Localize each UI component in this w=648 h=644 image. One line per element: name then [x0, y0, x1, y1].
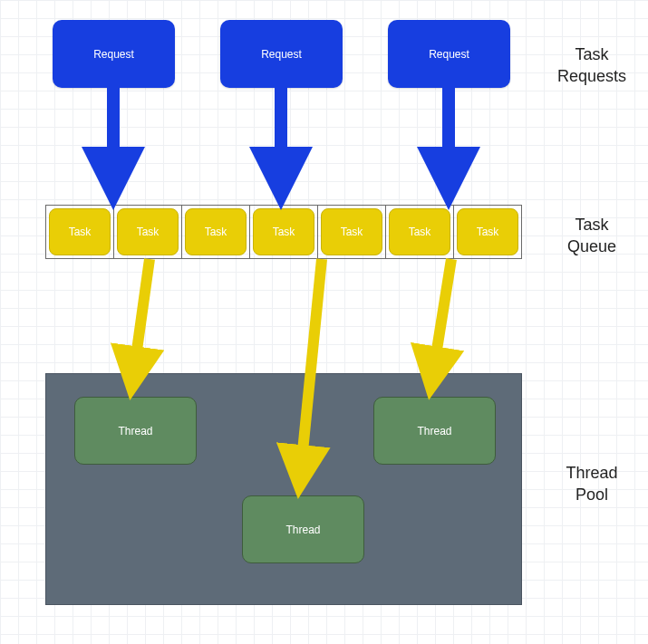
- thread-label: Thread: [417, 425, 451, 437]
- task-label: Task: [273, 226, 295, 238]
- task-cell: Task: [250, 206, 318, 258]
- request-label: Request: [261, 48, 302, 61]
- task-chip: Task: [389, 208, 450, 255]
- task-label: Task: [69, 226, 92, 238]
- task-chip: Task: [321, 208, 382, 255]
- task-cell: Task: [386, 206, 454, 258]
- task-cell: Task: [318, 206, 386, 258]
- arrow-queue-to-thread: [131, 259, 150, 389]
- task-cell: Task: [46, 206, 114, 258]
- section-label-requests: Task Requests: [542, 43, 642, 88]
- thread-box: Thread: [242, 495, 364, 563]
- task-chip: Task: [117, 208, 179, 255]
- task-chip: Task: [185, 208, 247, 255]
- task-label: Task: [137, 226, 160, 238]
- thread-box: Thread: [74, 397, 197, 465]
- request-box: Request: [220, 20, 343, 88]
- thread-box: Thread: [373, 397, 496, 465]
- request-label: Request: [93, 48, 134, 61]
- task-cell: Task: [454, 206, 521, 258]
- task-chip: Task: [253, 208, 314, 255]
- task-chip: Task: [49, 208, 111, 255]
- task-cell: Task: [114, 206, 182, 258]
- task-queue: Task Task Task Task Task Task: [45, 205, 522, 259]
- request-box: Request: [53, 20, 175, 88]
- arrow-queue-to-thread: [430, 259, 451, 389]
- task-chip: Task: [457, 208, 518, 255]
- request-label: Request: [429, 48, 469, 61]
- request-box: Request: [388, 20, 510, 88]
- task-label: Task: [477, 226, 499, 238]
- diagram-canvas: Request Request Request Task Task Task T…: [0, 0, 648, 644]
- section-label-queue: Task Queue: [542, 214, 642, 258]
- task-cell: Task: [182, 206, 250, 258]
- task-label: Task: [341, 226, 363, 238]
- thread-label: Thread: [118, 425, 152, 437]
- task-label: Task: [409, 226, 431, 238]
- thread-label: Thread: [285, 524, 320, 536]
- section-label-pool: Thread Pool: [542, 462, 642, 506]
- task-label: Task: [205, 226, 227, 238]
